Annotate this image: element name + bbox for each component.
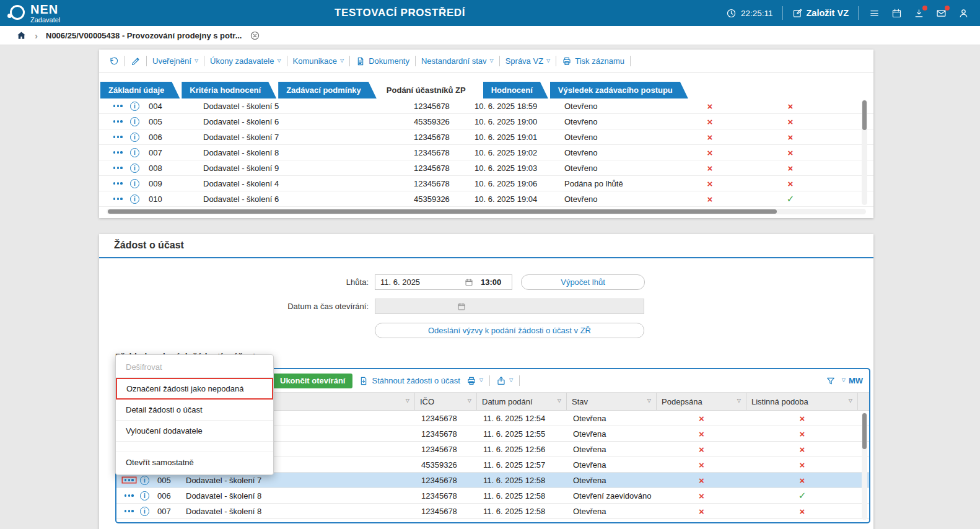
row-info-button[interactable]: i: [130, 132, 149, 142]
tab[interactable]: Základní údaje: [100, 82, 180, 98]
table-row[interactable]: i 008 Dodavatel - školení 9 12345678 10.…: [99, 160, 873, 176]
close-record-button[interactable]: [250, 30, 260, 41]
tab[interactable]: Výsledek zadávacího postupu: [550, 82, 688, 98]
row-info-button[interactable]: i: [130, 194, 149, 204]
column-stav[interactable]: Stav▽: [567, 393, 657, 410]
table-row[interactable]: i 007 Dodavatel - školení 8 12345678 10.…: [99, 145, 873, 160]
tab-label: Základní údaje: [108, 85, 164, 95]
download-requests-link[interactable]: Stáhnout žádosti o účast: [359, 376, 460, 386]
row-info-button[interactable]: i: [130, 163, 149, 173]
row-info-button[interactable]: i: [140, 506, 157, 516]
tab-label: Výsledek zadávacího postupu: [558, 85, 673, 95]
row-info-button[interactable]: i: [130, 147, 149, 157]
tab[interactable]: Kritéria hodnocení: [182, 82, 276, 98]
share-icon: [496, 376, 506, 386]
send-request-call-button[interactable]: Odeslání výzvy k podání žádosti o účast …: [375, 323, 644, 338]
section-title: Žádost o účast: [99, 234, 873, 258]
column-podepsana[interactable]: Podepsána▽: [657, 393, 746, 410]
row-actions-button[interactable]: [112, 165, 130, 170]
row-actions-button[interactable]: [112, 119, 130, 123]
nen-logo[interactable]: NEN Zadavatel: [10, 3, 60, 24]
vertical-scrollbar[interactable]: [862, 100, 867, 205]
main-menu-button[interactable]: [868, 7, 881, 20]
row-actions-button[interactable]: [112, 134, 130, 139]
profile-button[interactable]: [957, 7, 970, 20]
messages-button[interactable]: [935, 7, 948, 20]
row-info-button[interactable]: i: [130, 101, 149, 111]
cell-ico: 12345678: [415, 507, 477, 516]
row-actions-button[interactable]: [123, 478, 140, 482]
cell-code: 006: [157, 491, 186, 501]
calendar-icon[interactable]: [465, 278, 473, 287]
menu-uverejneni[interactable]: Uveřejnění▽: [152, 56, 198, 66]
tab[interactable]: Podání účastníků ZP: [378, 82, 481, 98]
row-info-button[interactable]: i: [130, 178, 149, 188]
menu-item[interactable]: Označení žádosti jako nepodaná: [116, 378, 273, 400]
table-row[interactable]: i 007 Dodavatel - školení 8 12345678 11.…: [116, 504, 869, 519]
row-actions-button[interactable]: [123, 509, 140, 513]
filter-dropdown-icon[interactable]: ▽: [737, 398, 741, 403]
filter-dropdown-icon[interactable]: ▽: [647, 398, 651, 403]
downloads-button[interactable]: [912, 7, 925, 20]
cell-ico: 45359326: [415, 460, 477, 470]
edit-record-button[interactable]: [131, 56, 141, 66]
menu-item[interactable]: Otevřít samostatně: [116, 452, 273, 473]
filter-dropdown-icon[interactable]: ▽: [558, 398, 561, 403]
menu-item[interactable]: Detail žádosti o účast: [116, 400, 273, 421]
table-row[interactable]: i 004 Dodavatel - školení 5 12345678 10.…: [99, 98, 873, 114]
cell-ico: 12345678: [414, 164, 475, 173]
menu-sprava-vz[interactable]: Správa VZ▽: [505, 56, 551, 66]
create-vz-button[interactable]: Založit VZ: [792, 8, 849, 19]
calendar-button[interactable]: [890, 7, 903, 20]
cell-code: 009: [149, 179, 203, 188]
menu-dokumenty[interactable]: Dokumenty: [356, 56, 409, 66]
tab[interactable]: Zadávací podmínky: [278, 82, 377, 98]
export-button[interactable]: ▽: [496, 376, 513, 386]
horizontal-scrollbar[interactable]: [107, 209, 866, 214]
deadline-datetime-input[interactable]: 11. 6. 2025 13:00: [375, 274, 512, 290]
row-info-button[interactable]: i: [140, 491, 157, 501]
row-info-button[interactable]: i: [130, 116, 149, 126]
divider: [349, 56, 350, 66]
finish-opening-button[interactable]: Ukončit otevírání: [273, 374, 352, 388]
print-table-button[interactable]: ▽: [466, 376, 483, 386]
table-row[interactable]: i 006 Dodavatel - školení 8 12345678 11.…: [116, 488, 869, 504]
table-row[interactable]: i 006 Dodavatel - školení 7 12345678 10.…: [99, 129, 873, 145]
menu-nestandardni-stav[interactable]: Nestandardní stav▽: [421, 56, 494, 66]
table-row[interactable]: i 009 Dodavatel - školení 4 12345678 10.…: [99, 176, 873, 191]
filter-dropdown-icon[interactable]: ▽: [468, 398, 471, 403]
menu-ukony-zadavatele[interactable]: Úkony zadavatele▽: [210, 56, 281, 66]
table-row[interactable]: i 005 Dodavatel - školení 6 45359326 10.…: [99, 114, 873, 129]
cell-supplier: Dodavatel - školení 9: [203, 164, 414, 173]
breadcrumb-item[interactable]: N006/25/V00005438 - Provozování prodejny…: [46, 31, 242, 40]
filter-button[interactable]: [826, 376, 836, 386]
menu-item[interactable]: Dešifrovat: [116, 357, 273, 378]
row-info-button[interactable]: i: [140, 475, 157, 485]
divider: [287, 56, 287, 66]
filter-dropdown-icon[interactable]: ▽: [849, 398, 852, 403]
row-actions-button[interactable]: [112, 181, 130, 185]
column-listinna-podoba[interactable]: Listinná podoba▽: [746, 393, 858, 410]
refresh-button[interactable]: [109, 56, 119, 66]
column-datum-podani[interactable]: Datum podání▽: [477, 393, 567, 410]
menu-item[interactable]: Vyloučení dodavatele: [116, 421, 273, 442]
paper-mark: ×: [746, 444, 858, 455]
view-selector[interactable]: ▽MW: [842, 376, 863, 385]
print-record-button[interactable]: Tisk záznamu: [562, 56, 624, 66]
row-actions-button[interactable]: [112, 150, 130, 154]
column-ico[interactable]: IČO▽: [415, 393, 477, 410]
filter-dropdown-icon[interactable]: ▽: [406, 398, 409, 403]
home-button[interactable]: [16, 30, 27, 41]
row-actions-button[interactable]: [112, 103, 130, 108]
cell-date: 11. 6. 2025 12:57: [477, 460, 567, 470]
vertical-scrollbar[interactable]: [862, 413, 867, 520]
table-row[interactable]: i 010 Dodavatel - školení 6 45359326 10.…: [99, 191, 873, 207]
cell-supplier: Dodavatel - školení 8: [203, 148, 414, 157]
cell-status: Otevřena: [567, 507, 657, 516]
row-actions-button[interactable]: [123, 493, 140, 497]
paper-mark: ×: [750, 101, 831, 111]
row-actions-button[interactable]: [112, 196, 130, 201]
tab[interactable]: Hodnocení: [483, 82, 548, 98]
menu-komunikace[interactable]: Komunikace▽: [293, 56, 344, 66]
calc-deadlines-button[interactable]: Výpočet lhůt: [521, 274, 645, 290]
